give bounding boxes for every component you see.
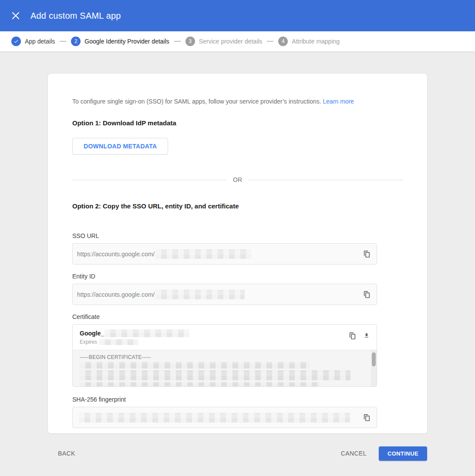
sha256-fingerprint-field [72,407,377,428]
entity-id-label: Entity ID [72,273,403,280]
back-button[interactable]: BACK [53,446,81,460]
entity-id-value-prefix: https://accounts.google.com/ [77,291,155,298]
certificate-expires-label: Expires [80,339,97,345]
add-custom-saml-app-dialog: Add custom SAML app App details 2 Google… [0,0,475,476]
redacted-value [155,290,245,299]
sso-url-value: https://accounts.google.com/ [77,249,362,259]
copy-icon[interactable] [348,331,357,340]
sso-url-field: https://accounts.google.com/ [72,243,377,265]
download-metadata-button[interactable]: DOWNLOAD METADATA [72,138,168,154]
certificate-name-prefix: Google_ [80,330,104,337]
step-connector [60,41,66,42]
step-label: App details [25,38,55,45]
dialog-title: Add custom SAML app [30,11,121,21]
learn-more-link[interactable]: Learn more [323,98,354,105]
cancel-button[interactable]: CANCEL [336,446,372,460]
certificate-identity: Google_ Expires [80,329,189,350]
continue-button[interactable]: CONTINUE [379,446,427,461]
divider-line [72,180,226,180]
option1-heading: Option 1: Download IdP metadata [72,119,403,127]
close-icon[interactable] [10,10,21,21]
redacted-value [155,249,251,259]
certificate-actions [348,329,371,350]
step-google-idp-details[interactable]: 2 Google Identity Provider details [71,37,169,46]
step-number-badge: 2 [71,37,81,46]
step-connector [174,41,181,42]
redacted-value [99,339,138,345]
stepper: App details 2 Google Identity Provider d… [0,31,475,52]
scrollbar[interactable] [371,350,377,387]
entity-id-value: https://accounts.google.com/ [77,290,362,299]
redacted-value [80,362,310,369]
step-connector [267,41,273,42]
intro-text-body: To configure single sign-on (SSO) for SA… [72,98,321,105]
redacted-value [80,382,320,387]
option2-heading: Option 2: Copy the SSO URL, entity ID, a… [72,202,403,210]
certificate-header: Google_ Expires [73,325,377,350]
step-app-details[interactable]: App details [11,37,55,46]
check-icon [11,37,21,46]
copy-icon[interactable] [362,290,371,299]
main-card: To configure single sign-on (SSO) for SA… [47,73,428,434]
step-label: Attribute mapping [292,38,340,45]
divider-label: OR [233,176,242,183]
scrollbar-thumb[interactable] [372,352,376,366]
intro-text: To configure single sign-on (SSO) for SA… [72,97,403,106]
certificate-field: Google_ Expires [72,324,377,387]
or-divider: OR [72,176,403,183]
redacted-value [104,329,189,337]
sha256-fingerprint-value [77,413,362,422]
certificate-label: Certificate [72,313,403,320]
copy-icon[interactable] [362,250,371,258]
redacted-value [79,413,350,422]
step-label: Service provider details [199,38,263,45]
entity-id-field: https://accounts.google.com/ [72,284,377,305]
dialog-header: Add custom SAML app [0,0,475,31]
redacted-value [80,370,350,380]
step-number-badge: 4 [278,37,288,46]
copy-icon[interactable] [362,413,371,422]
step-label: Google Identity Provider details [84,38,169,45]
divider-line [249,180,403,180]
dialog-footer: BACK CANCEL CONTINUE [47,445,427,462]
sso-url-value-prefix: https://accounts.google.com/ [77,251,155,258]
download-icon[interactable] [362,331,371,340]
step-number-badge: 3 [185,37,195,46]
certificate-content: -----BEGIN CERTIFICATE----- [73,350,377,387]
sha256-fingerprint-label: SHA-256 fingerprint [72,396,403,403]
step-service-provider-details[interactable]: 3 Service provider details [185,37,263,46]
certificate-begin-line: -----BEGIN CERTIFICATE----- [80,354,366,360]
step-attribute-mapping[interactable]: 4 Attribute mapping [278,37,340,46]
sso-url-label: SSO URL [72,232,403,239]
